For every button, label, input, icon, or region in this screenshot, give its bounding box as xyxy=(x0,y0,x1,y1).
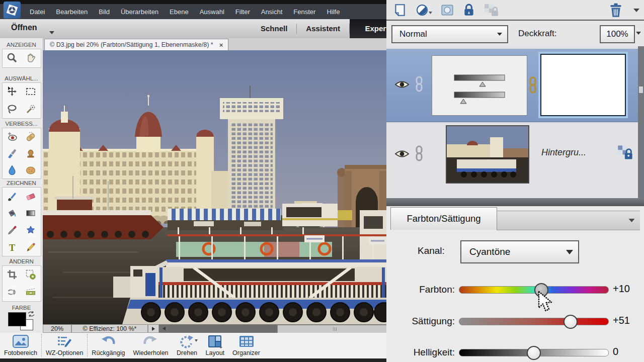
adjustment-panel-menu-icon[interactable] xyxy=(628,218,635,223)
move-tool-icon[interactable] xyxy=(3,83,21,100)
taskbar-organizer[interactable]: Organizer xyxy=(228,333,264,358)
opacity-label: Deckkraft: xyxy=(518,29,557,39)
taskbar-fotobereich[interactable]: Fotobereich xyxy=(0,333,41,358)
type-tool-icon[interactable]: T xyxy=(3,239,21,255)
menu-ebene[interactable]: Ebene xyxy=(164,8,194,16)
brush-tool-icon[interactable] xyxy=(3,188,21,204)
background-layer-name: Hintergru... xyxy=(541,147,586,158)
saturation-label: Sättigung: xyxy=(384,316,455,327)
eyedropper-tool-icon[interactable] xyxy=(3,222,21,238)
taskbar-rueckgaengig[interactable]: Rückgängig xyxy=(88,333,129,358)
hue-slider-track[interactable] xyxy=(459,286,609,294)
taskbar-layout[interactable]: Layout xyxy=(202,333,229,358)
new-layer-icon[interactable] xyxy=(392,3,408,17)
layer-row-background[interactable]: Hintergru... xyxy=(386,122,638,186)
document-tab-bar: © D3.jpg bei 20% (Farbton/Sättigung 1, E… xyxy=(43,38,386,51)
layers-panel-menu-icon[interactable] xyxy=(633,8,640,13)
straighten-tool-icon[interactable] xyxy=(21,284,40,300)
crop-tool-icon[interactable] xyxy=(3,266,21,283)
opacity-input[interactable]: 100% xyxy=(600,25,635,43)
saturation-slider-track[interactable] xyxy=(459,318,609,325)
menu-bearbeiten[interactable]: Bearbeiten xyxy=(50,8,93,16)
eraser-tool-icon[interactable] xyxy=(21,188,40,204)
color-swatches[interactable] xyxy=(8,312,36,328)
hscroll-thumb[interactable] xyxy=(277,325,389,333)
clone-stamp-tool-icon[interactable] xyxy=(21,145,40,161)
blend-mode-select[interactable]: Normal xyxy=(391,25,508,43)
visibility-eye-icon[interactable] xyxy=(394,148,410,159)
open-button[interactable]: Öffnen xyxy=(11,23,37,32)
zoom-level-field[interactable]: 20% xyxy=(43,324,71,333)
shape-tool-icon[interactable] xyxy=(21,222,40,238)
saturation-slider-handle[interactable] xyxy=(564,315,578,329)
layers-scrollbar-thumb[interactable] xyxy=(639,86,643,93)
hand-tool-icon[interactable] xyxy=(21,49,40,66)
menu-filter[interactable]: Filter xyxy=(230,8,256,16)
delete-layer-icon[interactable] xyxy=(608,3,624,18)
recompose-tool-icon[interactable] xyxy=(21,266,40,283)
menu-bild[interactable]: Bild xyxy=(93,8,115,16)
lightness-slider-handle[interactable] xyxy=(527,346,541,360)
mouse-cursor xyxy=(537,291,554,314)
tab-schnell[interactable]: Schnell xyxy=(252,19,296,38)
smart-brush-tool-icon[interactable] xyxy=(3,145,21,161)
channel-select[interactable]: Cyantöne xyxy=(460,240,579,263)
lasso-tool-icon[interactable] xyxy=(3,101,21,117)
background-layer-thumbnail[interactable] xyxy=(446,125,529,184)
rotate-icon xyxy=(177,334,198,348)
layers-scrollbar[interactable] xyxy=(638,46,644,198)
hue-value: +10 xyxy=(613,283,630,295)
layer-row-adjustment[interactable] xyxy=(386,49,638,122)
link-column-icon[interactable] xyxy=(415,76,424,92)
mask-link-icon[interactable] xyxy=(528,76,537,94)
window-top-strip xyxy=(0,0,386,4)
panel-divider[interactable] xyxy=(386,198,644,206)
lock-all-icon[interactable] xyxy=(462,3,476,17)
marquee-tool-icon[interactable] xyxy=(21,83,40,100)
mode-tabs: Schnell Assistent Experte xyxy=(252,19,408,38)
tab-close-icon[interactable]: × xyxy=(219,41,223,49)
visibility-eye-icon[interactable] xyxy=(394,79,410,90)
blur-tool-icon[interactable] xyxy=(3,162,21,178)
menu-datei[interactable]: Datei xyxy=(24,8,50,16)
pencil-tool-icon[interactable] xyxy=(21,239,40,255)
scroll-left-icon[interactable] xyxy=(162,326,166,331)
section-zeichnen: ZEICHNEN xyxy=(0,180,43,186)
paint-bucket-tool-icon[interactable] xyxy=(3,205,21,221)
bottom-strip xyxy=(0,358,386,362)
lock-transparent-pixels-icon[interactable] xyxy=(483,3,500,17)
menu-ansicht[interactable]: Ansicht xyxy=(256,8,288,16)
tab-farbton-saettigung[interactable]: Farbton/Sättigung xyxy=(390,207,497,230)
taskbar-drehen[interactable]: Drehen xyxy=(173,333,202,358)
opacity-caret[interactable] xyxy=(636,32,641,35)
red-eye-tool-icon[interactable] xyxy=(3,128,21,145)
zoom-tool-icon[interactable] xyxy=(3,49,21,66)
menu-auswahl[interactable]: Auswahl xyxy=(194,8,230,16)
taskbar-wz-optionen[interactable]: WZ-Optionen xyxy=(42,333,87,358)
adjustment-tab-strip xyxy=(497,211,640,230)
image-canvas[interactable] xyxy=(43,50,386,324)
sponge-tool-icon[interactable] xyxy=(21,162,40,178)
gradient-tool-icon[interactable] xyxy=(21,205,40,221)
status-expand-arrow[interactable] xyxy=(148,324,159,333)
tab-assistent[interactable]: Assistent xyxy=(297,19,349,38)
taskbar-wiederholen[interactable]: Wiederholen xyxy=(129,333,172,358)
quick-selection-tool-icon[interactable] xyxy=(21,101,40,117)
add-layer-mask-icon[interactable] xyxy=(440,3,455,17)
content-aware-move-tool-icon[interactable] xyxy=(3,284,21,300)
link-column-icon[interactable] xyxy=(415,145,424,161)
layer-mask-thumbnail[interactable] xyxy=(540,54,626,116)
layers-list: Hintergru... xyxy=(386,46,644,198)
foreground-color-swatch[interactable] xyxy=(8,312,26,326)
document-tab[interactable]: © D3.jpg bei 20% (Farbton/Sättigung 1, E… xyxy=(44,39,228,50)
menu-fenster[interactable]: Fenster xyxy=(288,8,321,16)
menu-hilfe[interactable]: Hilfe xyxy=(321,8,345,16)
menu-ueberarbeiten[interactable]: Überarbeiten xyxy=(115,8,164,16)
adjustment-layer-thumbnail[interactable] xyxy=(432,55,527,116)
healing-brush-tool-icon[interactable] xyxy=(21,128,40,145)
blend-options-row: Normal Deckkraft: 100% xyxy=(386,21,644,46)
open-dropdown-caret[interactable] xyxy=(49,31,54,34)
swap-colors-icon[interactable] xyxy=(27,311,35,318)
new-adjustment-layer-icon[interactable] xyxy=(416,3,433,17)
horizontal-scrollbar[interactable] xyxy=(159,324,386,333)
